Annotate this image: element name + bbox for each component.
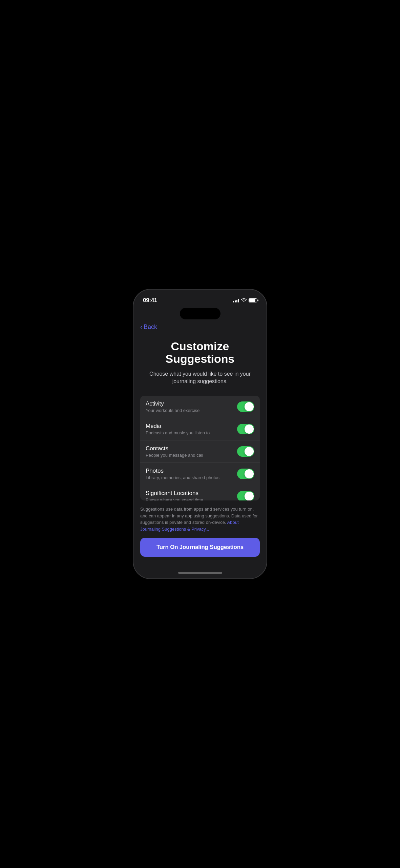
- content-area: ‹ Back Customize Suggestions Choose what…: [133, 319, 267, 567]
- photos-toggle[interactable]: [237, 469, 254, 479]
- settings-row-contacts: Contacts People you message and call: [140, 440, 260, 463]
- page-header: Customize Suggestions Choose what you wo…: [133, 333, 267, 396]
- contacts-toggle[interactable]: [237, 446, 254, 457]
- cta-container: Turn On Journaling Suggestions: [133, 532, 267, 560]
- dynamic-island: [180, 308, 220, 319]
- turn-on-button[interactable]: Turn On Journaling Suggestions: [140, 538, 260, 557]
- phone-frame: 09:41 ‹ Back: [133, 290, 267, 578]
- locations-toggle[interactable]: [237, 491, 254, 500]
- photos-title: Photos: [146, 468, 237, 474]
- photos-subtitle: Library, memories, and shared photos: [146, 475, 237, 480]
- contacts-title: Contacts: [146, 445, 237, 452]
- settings-row-photos: Photos Library, memories, and shared pho…: [140, 463, 260, 485]
- activity-title: Activity: [146, 400, 237, 407]
- page-subtitle: Choose what you would like to see in you…: [144, 370, 256, 386]
- battery-icon: [249, 298, 257, 302]
- status-bar: 09:41: [133, 290, 267, 307]
- settings-card: Activity Your workouts and exercise Medi…: [140, 396, 260, 500]
- status-icons: [233, 298, 257, 303]
- media-title: Media: [146, 423, 237, 430]
- locations-subtitle: Places where you spend time: [146, 497, 237, 500]
- settings-row-activity: Activity Your workouts and exercise: [140, 396, 260, 418]
- signal-bars-icon: [233, 298, 239, 302]
- status-time: 09:41: [143, 297, 157, 304]
- back-label: Back: [144, 323, 157, 331]
- back-button[interactable]: ‹ Back: [133, 319, 267, 333]
- activity-subtitle: Your workouts and exercise: [146, 408, 237, 413]
- settings-row-media: Media Podcasts and music you listen to: [140, 418, 260, 440]
- home-indicator: [133, 567, 267, 578]
- activity-toggle[interactable]: [237, 401, 254, 412]
- home-bar: [178, 572, 222, 574]
- media-subtitle: Podcasts and music you listen to: [146, 430, 237, 435]
- media-toggle[interactable]: [237, 424, 254, 434]
- settings-row-locations: Significant Locations Places where you s…: [140, 485, 260, 500]
- privacy-note: Suggestions use data from apps and servi…: [140, 506, 260, 532]
- wifi-icon: [241, 298, 247, 303]
- locations-title: Significant Locations: [146, 490, 237, 497]
- page-title: Customize Suggestions: [144, 340, 256, 366]
- contacts-subtitle: People you message and call: [146, 453, 237, 458]
- back-chevron-icon: ‹: [140, 323, 142, 331]
